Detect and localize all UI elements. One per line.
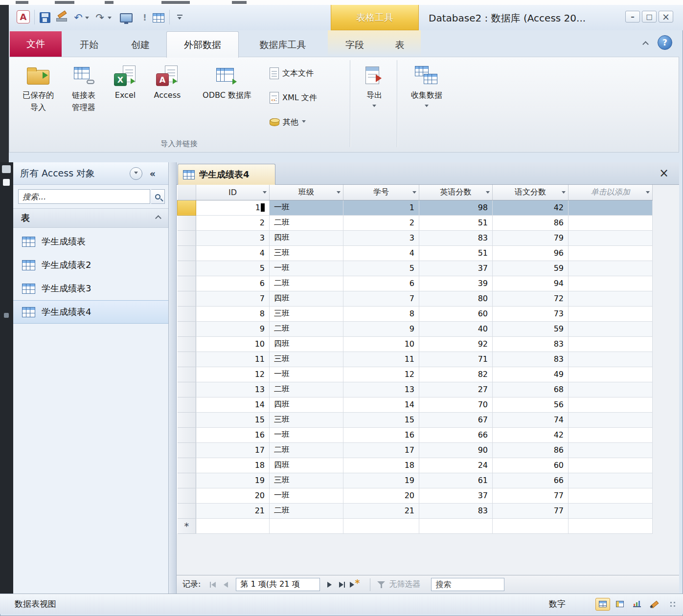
cell[interactable]: 10 [196, 336, 270, 352]
cell[interactable]: 42 [493, 427, 569, 442]
column-header[interactable]: 英语分数 [419, 185, 493, 200]
cell-add[interactable] [569, 200, 653, 215]
cell[interactable]: 4 [196, 245, 270, 261]
cell[interactable]: 三班 [270, 306, 343, 321]
cell-add[interactable] [569, 488, 653, 503]
tab-external-data[interactable]: 外部数据 [166, 31, 239, 58]
row-selector[interactable] [178, 427, 196, 442]
cell[interactable]: 12 [343, 367, 419, 382]
cell-add[interactable] [569, 367, 653, 382]
cell[interactable]: 14 [343, 397, 419, 412]
new-record-selector[interactable]: * [178, 518, 196, 533]
undo-button[interactable] [71, 11, 85, 24]
close-button[interactable] [659, 11, 673, 22]
cell[interactable]: 83 [493, 352, 569, 367]
cell-add[interactable] [569, 291, 653, 306]
tab-database-tools[interactable]: 数据库工具 [240, 33, 326, 57]
nav-item[interactable]: 学生成绩表2 [13, 253, 168, 277]
cell[interactable]: 37 [419, 261, 493, 276]
cell[interactable]: 10 [343, 336, 419, 352]
cell[interactable]: 18 [343, 458, 419, 473]
cell-add[interactable] [569, 397, 653, 412]
cell[interactable]: 83 [419, 503, 493, 518]
maximize-button[interactable] [642, 11, 657, 22]
cell[interactable]: 7 [196, 291, 270, 306]
cell[interactable]: 4 [343, 245, 419, 261]
document-tab[interactable]: 学生成绩表4 [178, 164, 275, 185]
cell[interactable]: 82 [419, 367, 493, 382]
cell-add[interactable] [569, 245, 653, 261]
row-selector[interactable] [178, 367, 196, 382]
cell-add[interactable] [569, 321, 653, 336]
cell[interactable]: 20 [343, 488, 419, 503]
customize-quick-access-button[interactable] [173, 11, 187, 24]
nav-search-button[interactable] [151, 189, 165, 204]
nav-item[interactable]: 学生成绩表3 [13, 277, 168, 300]
row-selector[interactable] [178, 215, 196, 230]
cell[interactable]: 17 [196, 442, 270, 458]
cell[interactable]: 74 [493, 412, 569, 427]
cell[interactable]: 3 [343, 230, 419, 245]
cell[interactable]: 96 [493, 245, 569, 261]
pivottable-view-button[interactable] [613, 598, 627, 611]
cell[interactable]: 1 [196, 200, 270, 215]
cell[interactable]: 6 [196, 276, 270, 291]
switch-windows-button[interactable] [119, 11, 133, 24]
minimize-ribbon-button[interactable] [639, 38, 652, 50]
linked-table-manager-button[interactable]: 链接表 管理器 [62, 60, 105, 137]
cell[interactable]: 13 [343, 382, 419, 397]
import-odbc-button[interactable]: ODBC 数据库 [190, 60, 264, 137]
tab-create[interactable]: 创建 [115, 33, 165, 57]
cell[interactable]: 24 [419, 458, 493, 473]
cell[interactable]: 四班 [270, 336, 343, 352]
cell[interactable]: 70 [419, 397, 493, 412]
cell[interactable]: 三班 [270, 412, 343, 427]
select-all-stub[interactable] [178, 185, 196, 200]
row-selector[interactable] [178, 382, 196, 397]
tab-table[interactable]: 表 [381, 33, 419, 57]
cell[interactable]: 49 [493, 367, 569, 382]
cell[interactable]: 6 [343, 276, 419, 291]
cell[interactable]: 21 [196, 503, 270, 518]
row-selector[interactable] [178, 261, 196, 276]
cell[interactable]: 67 [419, 412, 493, 427]
cell[interactable]: 一班 [270, 427, 343, 442]
cell[interactable]: 92 [419, 336, 493, 352]
cell[interactable]: 86 [493, 215, 569, 230]
row-selector[interactable] [178, 473, 196, 488]
row-selector[interactable] [178, 321, 196, 336]
saved-imports-button[interactable]: 已保存的 导入 [15, 60, 61, 137]
cell[interactable]: 56 [493, 397, 569, 412]
export-button[interactable]: 导出 [354, 60, 395, 137]
cell[interactable]: 19 [343, 473, 419, 488]
cell[interactable]: 7 [343, 291, 419, 306]
column-dropdown-icon[interactable] [337, 191, 341, 196]
nav-item[interactable]: 学生成绩表 [13, 230, 168, 253]
cell[interactable]: 3 [196, 230, 270, 245]
previous-record-button[interactable] [219, 578, 232, 591]
cell[interactable]: 14 [196, 397, 270, 412]
import-more-button[interactable]: 其他 [268, 112, 355, 132]
cell[interactable]: 5 [343, 261, 419, 276]
column-dropdown-icon[interactable] [646, 191, 650, 196]
cell[interactable]: 一班 [270, 488, 343, 503]
cell[interactable]: 四班 [270, 397, 343, 412]
redo-dropdown-icon[interactable] [108, 17, 112, 21]
document-close-button[interactable] [658, 167, 670, 179]
collect-data-button[interactable]: 收集数据 [401, 60, 453, 137]
cell[interactable]: 13 [196, 382, 270, 397]
new-record-button[interactable] [348, 578, 361, 591]
row-selector[interactable] [178, 458, 196, 473]
datasheet-view-button[interactable] [595, 598, 610, 611]
cell[interactable]: 51 [419, 245, 493, 261]
minimize-button[interactable] [625, 11, 640, 22]
cell[interactable]: 51 [419, 215, 493, 230]
cell[interactable]: 60 [419, 306, 493, 321]
cell[interactable]: 68 [493, 382, 569, 397]
cell[interactable]: 71 [419, 352, 493, 367]
cell[interactable]: 9 [343, 321, 419, 336]
first-record-button[interactable] [206, 578, 219, 591]
row-selector[interactable] [178, 200, 196, 215]
column-dropdown-icon[interactable] [263, 191, 267, 196]
cell[interactable]: 2 [196, 215, 270, 230]
